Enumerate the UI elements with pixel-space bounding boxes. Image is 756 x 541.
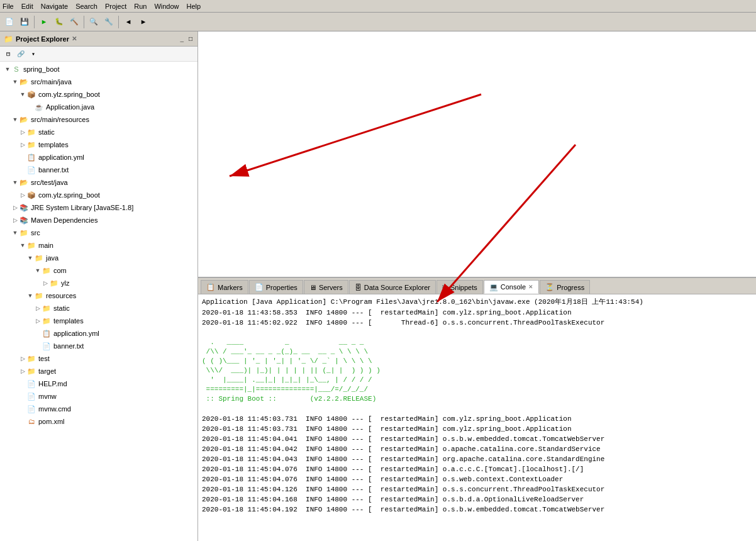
tree-item-src[interactable]: ▼ 📁 src [0, 226, 197, 239]
tree-item-application-yml2[interactable]: 📋 application.yml [0, 327, 197, 340]
panel-maximize[interactable]: □ [187, 35, 194, 42]
tree-toggle-spring-boot[interactable]: ▼ [4, 66, 11, 72]
tree-toggle-templates[interactable]: ▷ [19, 142, 26, 148]
menu-run[interactable]: Run [134, 3, 147, 10]
tree-toggle-target[interactable]: ▷ [19, 368, 26, 374]
tree-item-static2[interactable]: ▷ 📁 static [0, 302, 197, 315]
package-icon: 📦 [26, 89, 36, 99]
toolbar-refactor[interactable]: 🔧 [102, 15, 116, 29]
tree-toggle-maven[interactable]: ▷ [11, 217, 19, 223]
toolbar-sep3 [118, 16, 119, 28]
tree-area[interactable]: ▼ S spring_boot ▼ 📂 src/main/java ▼ 📦 co… [0, 62, 197, 541]
tree-item-package[interactable]: ▼ 📦 com.ylz.spring_boot [0, 88, 197, 101]
tree-toggle-src-main[interactable]: ▼ [11, 79, 19, 85]
tab-servers[interactable]: 🖥 Servers [304, 280, 348, 294]
tree-toggle-com[interactable]: ▼ [34, 267, 42, 274]
toolbar-run[interactable]: ▶ [37, 15, 51, 29]
menu-project[interactable]: Project [105, 3, 126, 10]
toolbar-debug[interactable]: 🐛 [52, 15, 66, 29]
panel-minimize[interactable]: _ [179, 35, 185, 42]
tree-label-help-md: HELP.md [38, 380, 67, 388]
tree-item-pom-xml[interactable]: 🗂 pom.xml [0, 415, 197, 428]
toolbar-save[interactable]: 💾 [18, 15, 31, 29]
tree-item-src-main-resources[interactable]: ▼ 📂 src/main/resources [0, 113, 197, 126]
tree-item-banner-txt[interactable]: 📄 banner.txt [0, 164, 197, 176]
datasource-icon: 🗄 [355, 284, 362, 291]
console-area[interactable]: Application [Java Application] C:\Progra… [198, 294, 756, 541]
tab-console[interactable]: 💻 Console ✕ [484, 280, 539, 294]
tab-progress[interactable]: ⏳ Progress [540, 280, 590, 294]
view-menu-btn[interactable]: ▾ [28, 48, 39, 60]
tree-label-com: com [53, 267, 67, 274]
tree-item-jre[interactable]: ▷ 📚 JRE System Library [JavaSE-1.8] [0, 201, 197, 214]
tree-item-target[interactable]: ▷ 📁 target [0, 365, 197, 377]
toolbar-search[interactable]: 🔍 [87, 15, 101, 29]
tree-item-mvnw[interactable]: 📄 mvnw [0, 390, 197, 403]
tab-snippets[interactable]: ✂ Snippets [436, 280, 483, 294]
tree-item-templates2[interactable]: ▷ 📁 templates [0, 315, 197, 327]
tree-item-banner-txt2[interactable]: 📄 banner.txt [0, 340, 197, 352]
tree-item-mvnw-cmd[interactable]: 📄 mvnw.cmd [0, 403, 197, 415]
tree-toggle-java-folder[interactable]: ▼ [26, 255, 34, 261]
tab-datasource[interactable]: 🗄 Data Source Explorer [349, 280, 436, 294]
panel-icon: 📁 [4, 35, 13, 43]
tree-toggle-resources2[interactable]: ▼ [26, 293, 34, 299]
link-editor-btn[interactable]: 🔗 [15, 48, 26, 60]
toolbar-new[interactable]: 📄 [3, 15, 16, 29]
tree-item-src-test-java[interactable]: ▼ 📂 src/test/java [0, 176, 197, 189]
toolbar-forward[interactable]: ▶ [136, 15, 150, 29]
tree-item-com[interactable]: ▼ 📁 com [0, 264, 197, 277]
tree-item-templates[interactable]: ▷ 📁 templates [0, 138, 197, 151]
tree-item-application-yml[interactable]: 📋 application.yml [0, 151, 197, 164]
tree-label-test-package: com.ylz.spring_boot [38, 191, 100, 199]
panel-title: Project Explorer [16, 35, 69, 43]
tab-snippets-label: Snippets [450, 284, 477, 291]
tree-item-test-package[interactable]: ▷ 📦 com.ylz.spring_boot [0, 189, 197, 201]
tree-item-spring-boot[interactable]: ▼ S spring_boot [0, 63, 197, 75]
tree-item-main[interactable]: ▼ 📁 main [0, 239, 197, 252]
tree-toggle-src-test[interactable]: ▼ [11, 179, 19, 186]
console-line-10: 2020-01-18 11:45:04.126 INFO 14800 --- [… [202, 484, 752, 494]
console-header-text: Application [Java Application] C:\Progra… [202, 297, 752, 306]
src-folder-icon: 📂 [19, 77, 29, 87]
tree-item-src-main-java[interactable]: ▼ 📂 src/main/java [0, 75, 197, 88]
tree-item-java-folder[interactable]: ▼ 📁 java [0, 252, 197, 264]
com-folder-icon: 📁 [42, 265, 52, 276]
toolbar-back[interactable]: ◀ [121, 15, 135, 29]
tree-toggle-test-pkg[interactable]: ▷ [19, 192, 26, 198]
tree-item-help-md[interactable]: 📄 HELP.md [0, 377, 197, 390]
tree-toggle-static2[interactable]: ▷ [34, 305, 42, 311]
tree-item-resources[interactable]: ▼ 📁 resources [0, 289, 197, 302]
right-panel: 📋 Markers 📄 Properties 🖥 Servers 🗄 Data … [198, 31, 756, 541]
menu-help[interactable]: Help [187, 3, 201, 10]
tab-markers[interactable]: 📋 Markers [201, 280, 248, 294]
tree-toggle-test[interactable]: ▷ [19, 355, 26, 362]
tree-toggle-ylz[interactable]: ▷ [42, 280, 49, 286]
menu-navigate[interactable]: Navigate [41, 3, 68, 10]
tree-item-static[interactable]: ▷ 📁 static [0, 126, 197, 138]
menu-edit[interactable]: Edit [21, 3, 33, 10]
tree-item-maven[interactable]: ▷ 📚 Maven Dependencies [0, 214, 197, 226]
console-close[interactable]: ✕ [528, 284, 533, 290]
menu-file[interactable]: File [3, 3, 14, 10]
tab-properties[interactable]: 📄 Properties [249, 280, 303, 294]
tree-toggle-static[interactable]: ▷ [19, 129, 26, 135]
tree-toggle-main[interactable]: ▼ [19, 242, 26, 248]
markers-icon: 📋 [206, 283, 215, 291]
tree-toggle-jre[interactable]: ▷ [11, 204, 19, 211]
tree-item-ylz[interactable]: ▷ 📁 ylz [0, 277, 197, 289]
collapse-all-btn[interactable]: ⊟ [3, 48, 14, 60]
tree-toggle-resources[interactable]: ▼ [11, 116, 19, 123]
menu-search[interactable]: Search [75, 3, 97, 10]
tree-toggle-package[interactable]: ▼ [19, 91, 26, 98]
menu-window[interactable]: Window [154, 3, 179, 10]
main-folder-icon: 📁 [26, 240, 36, 250]
toolbar-build[interactable]: 🔨 [67, 15, 81, 29]
tree-label-package: com.ylz.spring_boot [38, 91, 100, 98]
tree-label-mvnw: mvnw [38, 393, 57, 400]
tree-toggle-src[interactable]: ▼ [11, 230, 19, 236]
tree-item-test[interactable]: ▷ 📁 test [0, 352, 197, 365]
tree-item-application-java[interactable]: ☕ Application.java [0, 101, 197, 113]
panel-close-icon[interactable]: ✕ [72, 35, 77, 42]
tree-toggle-templates2[interactable]: ▷ [34, 318, 42, 324]
